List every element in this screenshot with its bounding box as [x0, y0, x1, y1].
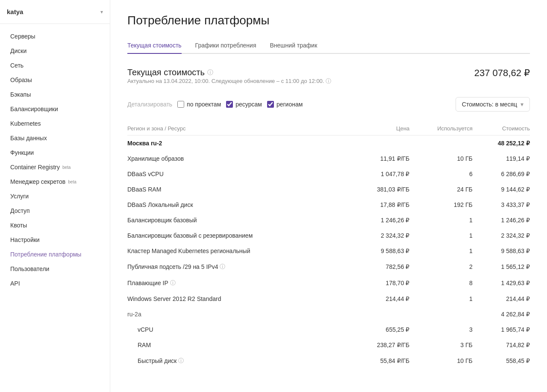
resource-usage-cell: 3	[409, 322, 472, 337]
resource-usage-cell: 24 ГБ	[409, 182, 472, 197]
resource-cost-cell: 1 965,74 ₽	[473, 322, 530, 337]
sidebar-item-functions[interactable]: Функции	[0, 145, 110, 160]
resource-usage-cell: 10 ГБ	[409, 353, 472, 369]
resource-name-cell: RAM	[127, 337, 351, 353]
resource-cost-cell: 3 433,37 ₽	[473, 197, 530, 212]
resource-usage-cell: 1	[409, 291, 472, 307]
by-projects-label: по проектам	[187, 101, 221, 108]
sidebar-item-secrets[interactable]: Менеджер секретовbeta	[0, 174, 110, 189]
period-label: Стоимость: в месяц	[462, 101, 517, 108]
sidebar-item-disks[interactable]: Диски	[0, 44, 110, 58]
sidebar-item-backups[interactable]: Бэкапы	[0, 87, 110, 102]
total-cost: 237 078,62 ₽	[474, 68, 530, 79]
sidebar-item-container-registry[interactable]: Container Registrybeta	[0, 160, 110, 174]
sidebar-item-users[interactable]: Пользователи	[0, 262, 110, 276]
sidebar-item-servers[interactable]: Серверы	[0, 29, 110, 44]
cost-table: Регион и зона / Ресурс Цена Используется…	[127, 122, 530, 369]
table-row: Публичная подсеть /29 на 5 IPv4 ⓘ782,56 …	[127, 259, 530, 275]
resource-price-cell: 11,91 ₽/ГБ	[351, 151, 409, 166]
sidebar-item-access[interactable]: Доступ	[0, 203, 110, 218]
resource-name-cell: Балансировщик базовый с резервированием	[127, 228, 351, 243]
resource-price-cell: 55,84 ₽/ГБ	[351, 353, 409, 369]
by-projects-checkbox-group[interactable]: по проектам	[177, 101, 221, 108]
by-projects-checkbox[interactable]	[177, 101, 184, 108]
help-icon[interactable]: ⓘ	[220, 263, 225, 271]
table-header: Регион и зона / Ресурс Цена Используется…	[127, 122, 530, 136]
tab-current[interactable]: Текущая стоимость	[127, 38, 182, 54]
by-resources-checkbox[interactable]	[226, 101, 233, 108]
table-row: vCPU655,25 ₽31 965,74 ₽	[127, 322, 530, 337]
resource-usage-cell: 192 ГБ	[409, 197, 472, 212]
help-icon[interactable]: ⓘ	[170, 279, 176, 287]
sidebar-item-kubernetes[interactable]: Kubernetes	[0, 116, 110, 131]
sidebar-item-images[interactable]: Образы	[0, 73, 110, 87]
sidebar-item-balancers[interactable]: Балансировщики	[0, 102, 110, 116]
main-content: Потребление платформы Текущая стоимостьГ…	[110, 0, 547, 392]
col-header-cost: Стоимость	[473, 122, 530, 136]
beta-badge: beta	[62, 165, 71, 170]
resource-price-cell: 178,70 ₽	[351, 275, 409, 291]
resource-price-cell: 655,25 ₽	[351, 322, 409, 337]
sub-region-name: ru-2a	[127, 307, 351, 322]
page-title: Потребление платформы	[127, 14, 530, 27]
region-total-cost: 48 252,12 ₽	[473, 136, 530, 151]
col-header-price: Цена	[351, 122, 409, 136]
resource-usage-cell: 8	[409, 275, 472, 291]
help-icon[interactable]: ⓘ	[178, 357, 184, 365]
resource-name-cell: DBaaS RAM	[127, 182, 351, 197]
resource-usage-cell: 1	[409, 243, 472, 259]
resource-name-cell: Кластер Managed Kubernetes региональный	[127, 243, 351, 259]
by-regions-checkbox-group[interactable]: регионам	[267, 101, 303, 108]
resource-usage-cell: 10 ГБ	[409, 151, 472, 166]
period-select[interactable]: Стоимость: в месяц ▾	[456, 97, 530, 112]
col-header-resource: Регион и зона / Ресурс	[127, 122, 351, 136]
by-resources-checkbox-group[interactable]: ресурсам	[226, 101, 262, 108]
detail-controls: Детализировать по проектам ресурсам реги…	[127, 101, 303, 108]
sidebar-item-settings[interactable]: Настройки	[0, 233, 110, 247]
resource-cost-cell: 214,44 ₽	[473, 291, 530, 307]
sidebar-item-databases[interactable]: Базы данных	[0, 131, 110, 145]
resource-name-cell: DBaaS vCPU	[127, 166, 351, 182]
tab-traffic[interactable]: Внешний трафик	[270, 38, 318, 54]
tab-charts[interactable]: Графики потребления	[195, 38, 256, 54]
resource-name-cell: Windows Server 2012 R2 Standard	[127, 291, 351, 307]
beta-badge: beta	[68, 180, 76, 184]
resource-name-cell: DBaaS Локальный диск	[127, 197, 351, 212]
resource-cost-cell: 1 565,12 ₽	[473, 259, 530, 275]
resource-price-cell: 782,56 ₽	[351, 259, 409, 275]
help-icon[interactable]: ⓘ	[326, 78, 331, 84]
resource-name-cell: vCPU	[127, 322, 351, 337]
resource-cost-cell: 1 246,26 ₽	[473, 212, 530, 228]
resource-price-cell: 238,27 ₽/ГБ	[351, 337, 409, 353]
update-text: Актуально на 13.04.2022, 10:00. Следующе…	[127, 77, 331, 85]
resource-cost-cell: 558,45 ₽	[473, 353, 530, 369]
region-name: Москва ru-2	[127, 136, 351, 151]
resource-cost-cell: 714,82 ₽	[473, 337, 530, 353]
account-name: katya	[7, 8, 23, 15]
resource-name-cell: Балансировщик базовый	[127, 212, 351, 228]
sidebar-item-consumption[interactable]: Потребление платформы	[0, 247, 110, 262]
resource-price-cell: 9 588,63 ₽	[351, 243, 409, 259]
resource-name-cell: Быстрый диск ⓘ	[127, 353, 351, 369]
controls-row: Детализировать по проектам ресурсам реги…	[127, 97, 530, 112]
sidebar-item-quotas[interactable]: Квоты	[0, 218, 110, 233]
region-row: Москва ru-2 48 252,12 ₽	[127, 136, 530, 151]
resource-usage-cell: 3 ГБ	[409, 337, 472, 353]
resource-name-cell: Публичная подсеть /29 на 5 IPv4 ⓘ	[127, 259, 351, 275]
sub-region-price-cell	[351, 307, 409, 322]
table-row: Балансировщик базовый1 246,26 ₽11 246,26…	[127, 212, 530, 228]
by-regions-checkbox[interactable]	[267, 101, 274, 108]
info-icon[interactable]: ⓘ	[207, 69, 213, 77]
table-row: DBaaS Локальный диск17,88 ₽/ГБ192 ГБ3 43…	[127, 197, 530, 212]
sidebar-item-api[interactable]: API	[0, 276, 110, 291]
detailize-label: Детализировать	[127, 101, 172, 108]
resource-usage-cell: 6	[409, 166, 472, 182]
account-selector[interactable]: katya ▾	[0, 0, 110, 24]
sub-region-total-cost: 4 262,84 ₽	[473, 307, 530, 322]
sidebar-item-network[interactable]: Сеть	[0, 58, 110, 73]
sidebar: katya ▾ СерверыДискиСетьОбразыБэкапыБала…	[0, 0, 110, 392]
sidebar-item-services[interactable]: Услуги	[0, 189, 110, 203]
col-header-usage: Используется	[409, 122, 472, 136]
resource-price-cell: 2 324,32 ₽	[351, 228, 409, 243]
resource-cost-cell: 1 429,63 ₽	[473, 275, 530, 291]
